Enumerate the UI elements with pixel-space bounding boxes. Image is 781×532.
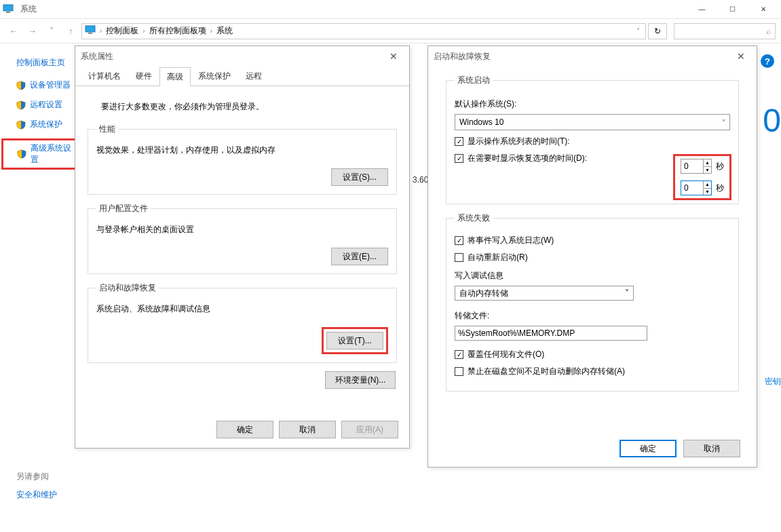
seconds-label: 秒 bbox=[716, 183, 724, 194]
highlight-advanced: 高级系统设置 bbox=[1, 138, 78, 170]
maximize-button[interactable]: ☐ bbox=[717, 0, 748, 19]
chevron-right-icon[interactable]: › bbox=[97, 27, 104, 35]
checkbox-overwrite[interactable] bbox=[455, 350, 463, 359]
tab-protection[interactable]: 系统保护 bbox=[191, 66, 238, 86]
oslist-timeout-input[interactable] bbox=[681, 159, 703, 173]
sidebar-security-maintenance[interactable]: 安全和维护 bbox=[16, 489, 57, 501]
crumb-system[interactable]: 系统 bbox=[216, 25, 233, 37]
svg-rect-3 bbox=[88, 33, 92, 34]
label-show-recovery: 在需要时显示恢复选项的时间(D): bbox=[468, 153, 587, 164]
close-icon[interactable]: ✕ bbox=[731, 51, 751, 62]
label-nodel: 禁止在磁盘空间不足时自动删除内存转储(A) bbox=[468, 366, 625, 377]
ok-button[interactable]: 确定 bbox=[216, 421, 273, 438]
window-title: 系统 bbox=[20, 3, 687, 15]
user-profile-legend: 用户配置文件 bbox=[96, 203, 151, 214]
environment-variables-button[interactable]: 环境变量(N)... bbox=[325, 371, 396, 389]
chevron-right-icon[interactable]: › bbox=[140, 27, 147, 35]
tab-advanced[interactable]: 高级 bbox=[159, 67, 191, 86]
sidebar-advanced[interactable]: 高级系统设置 bbox=[17, 142, 75, 166]
chevron-down-icon: ˅ bbox=[625, 288, 629, 298]
debug-info-select[interactable]: 自动内存转储 ˅ bbox=[455, 286, 634, 301]
checkbox-show-oslist[interactable] bbox=[455, 137, 463, 146]
label-overwrite: 覆盖任何现有文件(O) bbox=[468, 349, 544, 360]
startup-recovery-dialog: 启动和故障恢复 ✕ 系统启动 默认操作系统(S): Windows 10 ˅ 显… bbox=[427, 45, 757, 468]
recovery-timeout-spinner[interactable]: ▲▼ bbox=[681, 180, 712, 195]
default-os-label: 默认操作系统(S): bbox=[455, 98, 730, 110]
tab-remote[interactable]: 远程 bbox=[238, 66, 269, 86]
dialog-titlebar[interactable]: 系统属性 ✕ bbox=[75, 46, 409, 66]
crumb-control-panel[interactable]: 控制面板 bbox=[106, 25, 138, 37]
cancel-button[interactable]: 取消 bbox=[683, 440, 740, 457]
checkbox-show-recovery[interactable] bbox=[455, 154, 463, 163]
refresh-button[interactable]: ↻ bbox=[648, 23, 667, 39]
chevron-right-icon[interactable]: › bbox=[208, 27, 215, 35]
product-key-link[interactable]: 密钥 bbox=[765, 376, 781, 387]
system-icon bbox=[3, 4, 16, 15]
startup-recovery-group: 启动和故障恢复 系统启动、系统故障和调试信息 设置(T)... bbox=[88, 282, 397, 363]
sidebar-protection[interactable]: 系统保护 bbox=[16, 119, 78, 130]
shield-icon bbox=[16, 81, 26, 90]
performance-settings-button[interactable]: 设置(S)... bbox=[331, 168, 388, 186]
back-button[interactable]: ← bbox=[5, 23, 22, 39]
label-show-oslist: 显示操作系统列表的时间(T): bbox=[468, 136, 570, 147]
sidebar-home-link[interactable]: 控制面板主页 bbox=[16, 57, 78, 69]
user-profile-settings-button[interactable]: 设置(E)... bbox=[331, 248, 388, 265]
recovery-timeout-input[interactable] bbox=[681, 181, 703, 195]
tab-computer-name[interactable]: 计算机名 bbox=[81, 66, 128, 86]
svg-rect-0 bbox=[3, 5, 13, 11]
highlight-startup-button: 设置(T)... bbox=[322, 327, 388, 354]
tabstrip: 计算机名 硬件 高级 系统保护 远程 bbox=[75, 66, 409, 86]
default-os-select[interactable]: Windows 10 ˅ bbox=[455, 114, 730, 130]
performance-group: 性能 视觉效果，处理器计划，内存使用，以及虚拟内存 设置(S)... bbox=[88, 124, 397, 195]
system-failure-group: 系统失败 将事件写入系统日志(W) 自动重新启动(R) 写入调试信息 自动内存转… bbox=[446, 212, 739, 392]
label-autorestart: 自动重新启动(R) bbox=[468, 252, 528, 263]
close-icon[interactable]: ✕ bbox=[383, 51, 404, 62]
address-dropdown-icon[interactable]: ˅ bbox=[634, 27, 643, 35]
help-icon[interactable]: ? bbox=[761, 54, 774, 68]
search-icon: ⌕ bbox=[766, 26, 771, 36]
address-icon bbox=[85, 25, 96, 37]
spinner-up-icon[interactable]: ▲ bbox=[704, 181, 711, 189]
minimize-button[interactable]: — bbox=[687, 0, 717, 19]
tab-hardware[interactable]: 硬件 bbox=[128, 66, 159, 86]
cancel-button[interactable]: 取消 bbox=[279, 421, 336, 438]
checkbox-syslog[interactable] bbox=[455, 236, 463, 245]
debug-info-label: 写入调试信息 bbox=[455, 270, 730, 282]
dialog-title: 启动和故障恢复 bbox=[434, 51, 491, 62]
forward-button[interactable]: → bbox=[24, 23, 41, 39]
seealso-label: 另请参阅 bbox=[16, 471, 57, 482]
up-button[interactable]: ↑ bbox=[62, 23, 79, 39]
sidebar-remote[interactable]: 远程设置 bbox=[16, 99, 78, 111]
svg-rect-2 bbox=[85, 26, 95, 32]
highlight-timeouts: ▲▼ 秒 ▲▼ 秒 bbox=[673, 154, 731, 200]
user-profile-group: 用户配置文件 与登录帐户相关的桌面设置 设置(E)... bbox=[88, 203, 397, 274]
system-properties-dialog: 系统属性 ✕ 计算机名 硬件 高级 系统保护 远程 要进行大多数更改，你必须作为… bbox=[75, 45, 410, 449]
shield-icon bbox=[17, 149, 26, 159]
dump-file-value: %SystemRoot%\MEMORY.DMP bbox=[458, 328, 575, 338]
search-input[interactable]: ⌕ bbox=[674, 23, 776, 39]
spinner-down-icon[interactable]: ▼ bbox=[704, 167, 711, 174]
sidebar: 控制面板主页 设备管理器 远程设置 系统保护 高级系统设置 另请参阅 安全和维护 bbox=[0, 45, 78, 178]
windows-logo-digit: 0 bbox=[763, 102, 781, 139]
ok-button[interactable]: 确定 bbox=[620, 440, 677, 457]
crumb-all-items[interactable]: 所有控制面板项 bbox=[149, 25, 206, 37]
dump-file-input[interactable]: %SystemRoot%\MEMORY.DMP bbox=[455, 326, 647, 341]
spinner-up-icon[interactable]: ▲ bbox=[704, 159, 711, 167]
debug-info-value: 自动内存转储 bbox=[459, 288, 508, 299]
system-startup-group: 系统启动 默认操作系统(S): Windows 10 ˅ 显示操作系统列表的时间… bbox=[446, 75, 739, 204]
recent-dropdown[interactable]: ˅ bbox=[43, 23, 60, 39]
oslist-timeout-spinner[interactable]: ▲▼ bbox=[681, 159, 712, 174]
spinner-down-icon[interactable]: ▼ bbox=[704, 189, 711, 195]
sidebar-device-manager[interactable]: 设备管理器 bbox=[16, 79, 78, 91]
checkbox-autorestart[interactable] bbox=[455, 253, 463, 262]
seconds-label: 秒 bbox=[716, 161, 724, 172]
label-syslog: 将事件写入系统日志(W) bbox=[468, 235, 554, 246]
checkbox-nodel[interactable] bbox=[455, 367, 463, 376]
navbar: ← → ˅ ↑ › 控制面板 › 所有控制面板项 › 系统 ˅ ↻ ⌕ bbox=[0, 19, 781, 43]
startup-recovery-settings-button[interactable]: 设置(T)... bbox=[326, 332, 383, 349]
default-os-value: Windows 10 bbox=[459, 117, 503, 127]
address-bar[interactable]: › 控制面板 › 所有控制面板项 › 系统 ˅ bbox=[81, 23, 646, 39]
dialog-titlebar[interactable]: 启动和故障恢复 ✕ bbox=[428, 46, 757, 66]
close-button[interactable]: ✕ bbox=[748, 0, 778, 19]
apply-button[interactable]: 应用(A) bbox=[341, 421, 398, 438]
